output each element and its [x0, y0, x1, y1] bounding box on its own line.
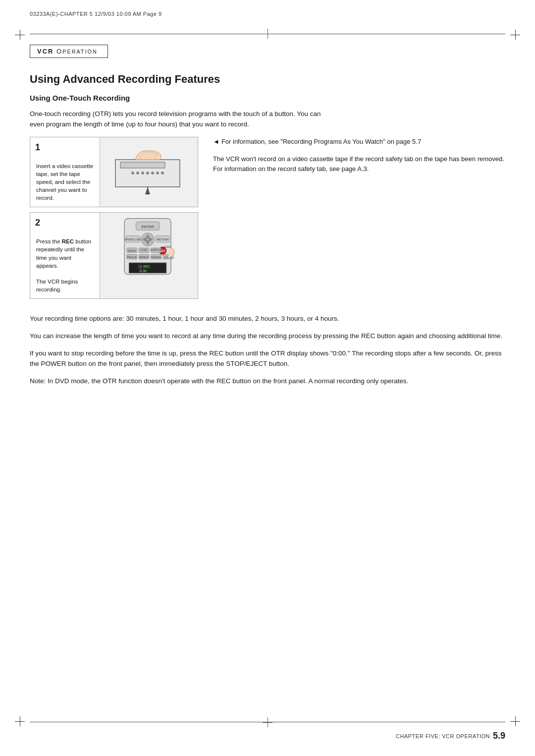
para-4: Note: In DVD mode, the OTR function does…	[30, 376, 505, 387]
svg-point-3	[136, 172, 139, 174]
para-2: You can increase the length of time you …	[30, 331, 505, 342]
top-crosshair	[263, 29, 272, 39]
step-2-block: 2 Press the REC button repeatedly until …	[30, 212, 198, 299]
reg-mark-bottom-right	[510, 716, 520, 726]
svg-text:ADD/DEL: ADD/DEL	[151, 256, 161, 258]
step-2-image: ENTER OPEN/CLOSE RETUR	[100, 213, 198, 298]
note-1-content: For information, see "Recording Programs…	[221, 138, 421, 145]
page-content: VCR OPERATION Using Advanced Recording F…	[30, 45, 505, 716]
svg-text:REPEAT: REPEAT	[139, 256, 149, 258]
svg-rect-1	[120, 162, 165, 168]
svg-point-8	[161, 172, 164, 174]
para-3: If you want to stop recording before the…	[30, 349, 505, 369]
header-meta: 03233A(E)-CHAPTER 5 12/9/03 10:09 AM Pag…	[30, 11, 162, 17]
svg-point-5	[146, 172, 149, 174]
svg-text:OPEN/CLOSE: OPEN/CLOSE	[124, 238, 141, 241]
step-2-rec-bold: REC	[62, 238, 74, 244]
step-1-block: 1 Insert a video cassette tape, set the …	[30, 137, 198, 207]
svg-text:0:30: 0:30	[139, 269, 147, 273]
operation-label: OPERATION	[54, 48, 97, 55]
vcr-operation-header: VCR OPERATION	[30, 45, 108, 58]
note-2-text: The VCR won't record on a video cassette…	[213, 154, 505, 174]
main-title: Using Advanced Recording Features	[30, 73, 505, 86]
note-2-block: The VCR won't record on a video cassette…	[213, 154, 505, 174]
intro-paragraph: One-touch recording (OTR) lets you recor…	[30, 109, 337, 130]
svg-point-4	[141, 172, 144, 174]
svg-text:SUBTITLE: SUBTITLE	[151, 248, 161, 251]
reg-mark-top-left	[15, 30, 25, 40]
svg-text:AUDIO: AUDIO	[163, 246, 171, 248]
page-footer: Chapter Five: VCR Operation 5.9	[30, 731, 505, 741]
reg-mark-bottom-left	[15, 716, 25, 726]
svg-point-6	[151, 172, 154, 174]
step-2-press: Press the	[36, 238, 62, 244]
step-1-text: 1 Insert a video cassette tape, set the …	[30, 137, 100, 207]
svg-text:ENTER: ENTER	[141, 224, 154, 229]
step-2-begins: The VCR begins recording.	[36, 279, 78, 292]
svg-text:SP/SLP: SP/SLP	[128, 249, 136, 252]
step2-remote-illustration: ENTER OPEN/CLOSE RETUR	[110, 216, 187, 295]
svg-point-2	[131, 172, 134, 174]
steps-column: 1 Insert a video cassette tape, set the …	[30, 137, 198, 304]
svg-text:PP.PLUS: PP.PLUS	[127, 256, 137, 258]
svg-point-7	[156, 172, 159, 174]
para-1: Your recording time options are: 30 minu…	[30, 314, 505, 324]
note-1-arrow: ◄	[213, 137, 219, 147]
svg-text:RETURN: RETURN	[157, 238, 168, 241]
note-1-text: ◄For information, see "Recording Program…	[213, 137, 505, 147]
vcr-label: VCR	[37, 48, 54, 55]
bottom-crosshair	[263, 717, 272, 727]
footer-chapter-label: Chapter Five: VCR Operation	[396, 733, 490, 739]
step-1-image	[100, 137, 198, 207]
content-below: Your recording time options are: 30 minu…	[30, 314, 505, 387]
instruction-area: 1 Insert a video cassette tape, set the …	[30, 137, 505, 304]
step-2-number: 2	[35, 217, 40, 229]
step-1-number: 1	[35, 141, 40, 154]
reg-mark-top-right	[510, 30, 520, 40]
footer-page-number: 5.9	[493, 731, 505, 741]
note-1-block: ◄For information, see "Recording Program…	[213, 137, 505, 147]
step-2-description: Press the REC button repeatedly until th…	[36, 237, 95, 293]
svg-text:F.ADV: F.ADV	[141, 248, 148, 251]
notes-column: ◄For information, see "Recording Program…	[213, 137, 505, 304]
step1-vcr-illustration	[110, 147, 187, 197]
step-1-description: Insert a video cassette tape, set the ta…	[36, 162, 95, 202]
section-heading: Using One-Touch Recording	[30, 94, 505, 102]
step-2-text: 2 Press the REC button repeatedly until …	[30, 213, 100, 298]
